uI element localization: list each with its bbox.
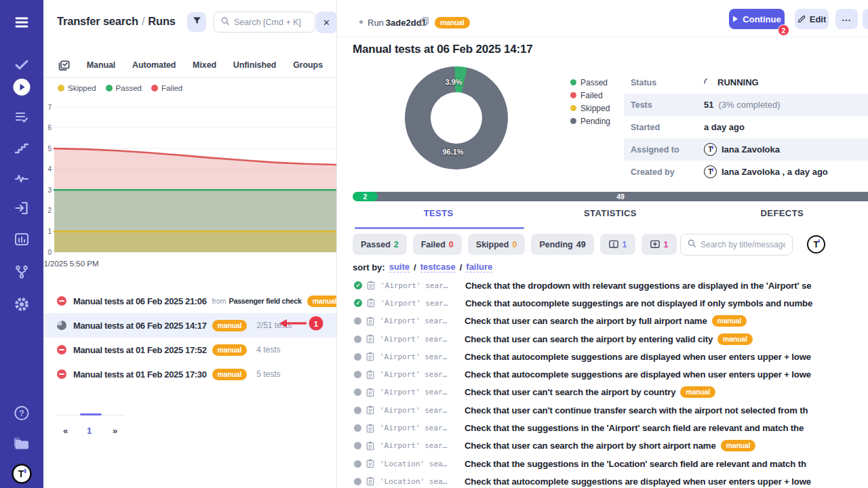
clipped-edge-button[interactable] — [863, 9, 868, 29]
legend-label: Skipped — [68, 84, 96, 92]
run-row[interactable]: Manual tests at 06 Feb 2025 14:17 manual… — [43, 313, 337, 338]
manual-badge: manual — [212, 369, 248, 380]
activity-icon[interactable] — [14, 170, 30, 186]
test-plans-icon[interactable] — [14, 109, 30, 125]
chart-legend-item[interactable]: Failed — [151, 84, 182, 92]
info-value: T Iana Zavoloka , a day ago — [704, 165, 828, 178]
run-from-label: from — [212, 297, 226, 305]
run-row[interactable]: Manual tests at 01 Feb 2025 17:30 manual… — [43, 362, 337, 386]
test-status-icon — [354, 442, 361, 449]
sort-link[interactable]: testcase — [420, 262, 456, 272]
run-status-dot — [359, 20, 363, 24]
runs-play-icon[interactable] — [13, 78, 31, 96]
run-detail-tab[interactable]: TESTS — [353, 208, 524, 218]
test-status-icon — [354, 299, 362, 307]
test-suite-name: 'Airport' sear… — [380, 441, 460, 450]
runs-tab[interactable]: Mixed — [193, 60, 216, 70]
status-filter-chip[interactable]: Failed 0 — [413, 234, 462, 255]
run-row[interactable]: Manual tests at 06 Feb 2025 21:06 from P… — [43, 289, 337, 313]
sort-link[interactable]: suite — [389, 262, 410, 272]
test-row[interactable]: 'Airport' sear… Check that user can sear… — [337, 330, 868, 348]
menu-icon[interactable] — [13, 14, 31, 30]
assignee-avatar-filter[interactable]: T — [807, 235, 825, 253]
settings-gear-icon[interactable] — [13, 296, 31, 313]
app-window: ? T Transfer search/Runs ✕ ManualAutomat… — [0, 0, 868, 488]
info-label: Tests — [624, 100, 704, 110]
status-filter-chip[interactable]: Passed 2 — [353, 234, 407, 255]
edit-button[interactable]: Edit — [795, 9, 829, 29]
breadcrumb-project[interactable]: Transfer search — [57, 15, 138, 27]
copy-icon[interactable] — [420, 16, 429, 29]
status-filter-chip[interactable]: Skipped 0 — [468, 234, 526, 255]
donut-passed-percent-label: 3.9% — [435, 78, 473, 86]
test-row[interactable]: 'Airport' sear… Check that autocomplete … — [337, 294, 868, 312]
breadcrumb: Transfer search/Runs — [57, 15, 176, 28]
help-icon[interactable]: ? — [14, 405, 31, 422]
run-row[interactable]: Manual tests at 01 Feb 2025 17:52 manual… — [43, 338, 337, 362]
search-icon — [220, 16, 230, 28]
funnel-icon — [192, 16, 202, 28]
test-row[interactable]: 'Airport' sear… Check that user can sear… — [337, 437, 868, 455]
sort-link[interactable]: failure — [466, 262, 492, 272]
testcase-clipboard-icon — [366, 405, 374, 415]
runs-trend-area-chart: 01234567 — [43, 97, 337, 263]
test-status-icon — [354, 353, 361, 361]
user-avatar: T — [704, 165, 717, 178]
testcase-clipboard-icon — [366, 317, 374, 326]
test-row[interactable]: 'Airport' sear… Check that user can sear… — [337, 312, 868, 330]
close-search-button[interactable]: ✕ — [316, 12, 337, 33]
analytics-icon[interactable] — [14, 231, 30, 247]
continue-button[interactable]: Continue — [729, 9, 785, 29]
info-value: RUNNING — [704, 77, 759, 87]
user-avatar: T — [704, 143, 717, 156]
runs-tab[interactable]: Groups — [293, 60, 323, 70]
manual-badge: manual — [307, 296, 337, 307]
test-suite-name: 'Location' sea… — [380, 477, 460, 486]
test-title: Check that user can search the airport b… — [465, 441, 716, 451]
filter-button[interactable] — [187, 12, 206, 32]
pagination-next-button[interactable]: » — [113, 426, 117, 436]
shared-steps-icon[interactable] — [14, 140, 30, 156]
status-filter-chip[interactable]: 1 — [642, 234, 677, 255]
status-filter-chip[interactable]: 1 — [600, 234, 635, 255]
run-detail-tab[interactable]: DEFECTS — [696, 208, 868, 218]
pagination-prev-button[interactable]: « — [63, 426, 68, 436]
runs-tab[interactable]: Unfinished — [233, 60, 277, 70]
chart-legend-item[interactable]: Skipped — [58, 84, 96, 92]
run-source-plan[interactable]: Passenger field check — [229, 297, 302, 305]
select-all-icon[interactable] — [58, 59, 70, 72]
running-spinner-icon — [703, 77, 714, 88]
runs-tab[interactable]: Manual — [87, 60, 115, 70]
test-row[interactable]: 'Airport' sear… Check that the suggestio… — [337, 419, 868, 436]
legend-dot-icon — [151, 85, 158, 92]
chip-label: Failed — [421, 240, 446, 249]
run-tests-count: 5 tests — [256, 369, 280, 379]
breadcrumb-section[interactable]: Runs — [148, 15, 175, 27]
main-sidebar: ? T — [0, 0, 43, 488]
test-row[interactable]: 'Airport' sear… Check that user can't co… — [337, 401, 868, 419]
test-row[interactable]: 'Location' sea… Check that the suggestio… — [337, 455, 868, 472]
play-icon — [732, 16, 738, 22]
integrations-branch-icon[interactable] — [14, 264, 30, 280]
pagination-page-1[interactable]: 1 — [87, 426, 92, 436]
test-row[interactable]: 'Location' sea… Check that autocomplete … — [337, 472, 868, 488]
user-avatar[interactable]: T — [12, 464, 32, 484]
test-row[interactable]: 'Airport' sear… Check that the dropdown … — [337, 277, 868, 294]
more-actions-button[interactable]: ... — [835, 9, 858, 29]
status-filter-chip[interactable]: Pending 49 — [531, 234, 593, 255]
sort-controls: sort by: suite/testcase/failure — [353, 262, 492, 272]
test-row[interactable]: 'Airport' sear… Check that autocomplete … — [337, 365, 868, 383]
run-detail-tab[interactable]: STATISTICS — [524, 208, 696, 218]
comment-plus-icon — [650, 239, 660, 250]
test-row[interactable]: 'Airport' sear… Check that autocomplete … — [337, 348, 868, 365]
projects-folder-icon[interactable] — [13, 435, 31, 451]
testcase-clipboard-icon — [366, 370, 374, 380]
tests-search-input[interactable] — [701, 240, 785, 249]
sign-in-icon[interactable] — [14, 200, 30, 216]
chip-label: Passed — [361, 240, 391, 249]
tests-check-icon[interactable] — [14, 56, 30, 73]
chart-legend-item[interactable]: Passed — [106, 84, 142, 92]
runs-tab[interactable]: Automated — [132, 60, 176, 70]
runs-search-input[interactable] — [234, 18, 305, 27]
test-row[interactable]: 'Airport' sear… Check that user can't se… — [337, 384, 868, 401]
